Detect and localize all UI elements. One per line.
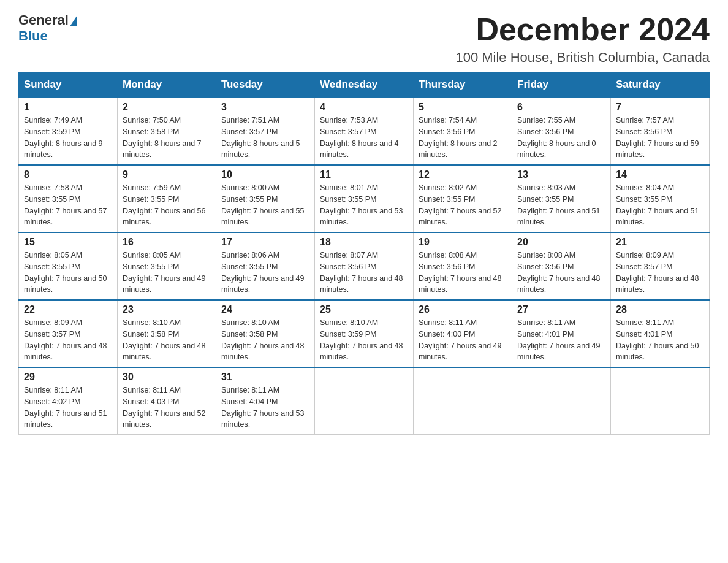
day-number: 25	[320, 304, 408, 315]
calendar-week-row: 22 Sunrise: 8:09 AMSunset: 3:57 PMDaylig…	[19, 300, 710, 367]
calendar-week-row: 29 Sunrise: 8:11 AMSunset: 4:02 PMDaylig…	[19, 367, 710, 435]
day-info: Sunrise: 8:10 AMSunset: 3:58 PMDaylight:…	[221, 318, 305, 361]
day-info: Sunrise: 8:06 AMSunset: 3:55 PMDaylight:…	[221, 251, 305, 294]
calendar-cell: 18 Sunrise: 8:07 AMSunset: 3:56 PMDaylig…	[315, 232, 414, 300]
day-info: Sunrise: 7:51 AMSunset: 3:57 PMDaylight:…	[221, 116, 300, 159]
calendar-cell	[611, 367, 710, 435]
calendar-cell: 26 Sunrise: 8:11 AMSunset: 4:00 PMDaylig…	[414, 300, 512, 367]
day-number: 10	[221, 169, 309, 180]
calendar-cell: 24 Sunrise: 8:10 AMSunset: 3:58 PMDaylig…	[216, 300, 315, 367]
day-number: 16	[123, 237, 211, 248]
day-number: 30	[123, 372, 211, 383]
day-info: Sunrise: 8:11 AMSunset: 4:00 PMDaylight:…	[419, 318, 502, 361]
day-info: Sunrise: 7:58 AMSunset: 3:55 PMDaylight:…	[24, 183, 107, 226]
day-number: 2	[123, 102, 211, 113]
column-header-wednesday: Wednesday	[315, 72, 414, 98]
calendar-cell: 22 Sunrise: 8:09 AMSunset: 3:57 PMDaylig…	[19, 300, 118, 367]
day-number: 26	[419, 304, 507, 315]
day-number: 28	[616, 304, 704, 315]
calendar-cell: 21 Sunrise: 8:09 AMSunset: 3:57 PMDaylig…	[611, 232, 710, 300]
day-info: Sunrise: 8:10 AMSunset: 3:59 PMDaylight:…	[320, 318, 403, 361]
day-info: Sunrise: 7:57 AMSunset: 3:56 PMDaylight:…	[616, 116, 699, 159]
day-number: 23	[123, 304, 211, 315]
calendar-cell: 10 Sunrise: 8:00 AMSunset: 3:55 PMDaylig…	[216, 165, 315, 232]
day-number: 3	[221, 102, 309, 113]
page-header: General Blue December 2024 100 Mile Hous…	[18, 12, 710, 66]
column-header-thursday: Thursday	[414, 72, 512, 98]
day-number: 5	[419, 102, 507, 113]
calendar-cell: 8 Sunrise: 7:58 AMSunset: 3:55 PMDayligh…	[19, 165, 118, 232]
day-info: Sunrise: 8:09 AMSunset: 3:57 PMDaylight:…	[616, 251, 699, 294]
day-info: Sunrise: 8:04 AMSunset: 3:55 PMDaylight:…	[616, 183, 699, 226]
calendar-cell: 9 Sunrise: 7:59 AMSunset: 3:55 PMDayligh…	[118, 165, 216, 232]
calendar-cell	[512, 367, 611, 435]
day-number: 8	[24, 169, 112, 180]
day-info: Sunrise: 7:54 AMSunset: 3:56 PMDaylight:…	[419, 116, 498, 159]
calendar-cell: 15 Sunrise: 8:05 AMSunset: 3:55 PMDaylig…	[19, 232, 118, 300]
calendar-cell	[414, 367, 512, 435]
calendar-cell: 6 Sunrise: 7:55 AMSunset: 3:56 PMDayligh…	[512, 98, 611, 165]
column-header-tuesday: Tuesday	[216, 72, 315, 98]
day-info: Sunrise: 8:11 AMSunset: 4:01 PMDaylight:…	[517, 318, 601, 361]
calendar-cell: 23 Sunrise: 8:10 AMSunset: 3:58 PMDaylig…	[118, 300, 216, 367]
calendar-cell: 30 Sunrise: 8:11 AMSunset: 4:03 PMDaylig…	[118, 367, 216, 435]
day-info: Sunrise: 8:03 AMSunset: 3:55 PMDaylight:…	[517, 183, 601, 226]
day-number: 17	[221, 237, 309, 248]
day-info: Sunrise: 7:53 AMSunset: 3:57 PMDaylight:…	[320, 116, 399, 159]
day-number: 1	[24, 102, 112, 113]
day-info: Sunrise: 8:11 AMSunset: 4:02 PMDaylight:…	[24, 386, 107, 429]
calendar-header-row: SundayMondayTuesdayWednesdayThursdayFrid…	[19, 72, 710, 98]
day-number: 22	[24, 304, 112, 315]
day-info: Sunrise: 8:08 AMSunset: 3:56 PMDaylight:…	[419, 251, 502, 294]
logo-blue-text: Blue	[18, 28, 48, 44]
calendar-cell: 3 Sunrise: 7:51 AMSunset: 3:57 PMDayligh…	[216, 98, 315, 165]
calendar-cell: 19 Sunrise: 8:08 AMSunset: 3:56 PMDaylig…	[414, 232, 512, 300]
day-info: Sunrise: 8:11 AMSunset: 4:04 PMDaylight:…	[221, 386, 305, 429]
day-info: Sunrise: 7:50 AMSunset: 3:58 PMDaylight:…	[123, 116, 202, 159]
column-header-friday: Friday	[512, 72, 611, 98]
day-info: Sunrise: 8:02 AMSunset: 3:55 PMDaylight:…	[419, 183, 502, 226]
day-number: 15	[24, 237, 112, 248]
calendar-cell: 20 Sunrise: 8:08 AMSunset: 3:56 PMDaylig…	[512, 232, 611, 300]
day-number: 27	[517, 304, 605, 315]
month-title: December 2024	[455, 12, 710, 47]
day-number: 31	[221, 372, 309, 383]
calendar-cell: 31 Sunrise: 8:11 AMSunset: 4:04 PMDaylig…	[216, 367, 315, 435]
day-info: Sunrise: 8:11 AMSunset: 4:03 PMDaylight:…	[123, 386, 206, 429]
day-number: 20	[517, 237, 605, 248]
calendar-cell: 4 Sunrise: 7:53 AMSunset: 3:57 PMDayligh…	[315, 98, 414, 165]
day-number: 24	[221, 304, 309, 315]
day-number: 19	[419, 237, 507, 248]
calendar-cell: 29 Sunrise: 8:11 AMSunset: 4:02 PMDaylig…	[19, 367, 118, 435]
column-header-monday: Monday	[118, 72, 216, 98]
day-number: 14	[616, 169, 704, 180]
calendar-cell: 12 Sunrise: 8:02 AMSunset: 3:55 PMDaylig…	[414, 165, 512, 232]
day-number: 18	[320, 237, 408, 248]
calendar-cell: 28 Sunrise: 8:11 AMSunset: 4:01 PMDaylig…	[611, 300, 710, 367]
day-info: Sunrise: 8:05 AMSunset: 3:55 PMDaylight:…	[123, 251, 206, 294]
day-info: Sunrise: 8:11 AMSunset: 4:01 PMDaylight:…	[616, 318, 699, 361]
calendar-cell	[315, 367, 414, 435]
logo-general-text: General	[18, 12, 69, 28]
day-number: 12	[419, 169, 507, 180]
day-number: 4	[320, 102, 408, 113]
day-number: 11	[320, 169, 408, 180]
day-info: Sunrise: 7:55 AMSunset: 3:56 PMDaylight:…	[517, 116, 596, 159]
calendar-cell: 5 Sunrise: 7:54 AMSunset: 3:56 PMDayligh…	[414, 98, 512, 165]
calendar-cell: 2 Sunrise: 7:50 AMSunset: 3:58 PMDayligh…	[118, 98, 216, 165]
calendar-cell: 25 Sunrise: 8:10 AMSunset: 3:59 PMDaylig…	[315, 300, 414, 367]
day-info: Sunrise: 8:08 AMSunset: 3:56 PMDaylight:…	[517, 251, 601, 294]
logo: General Blue	[18, 12, 77, 44]
calendar-cell: 17 Sunrise: 8:06 AMSunset: 3:55 PMDaylig…	[216, 232, 315, 300]
calendar-week-row: 8 Sunrise: 7:58 AMSunset: 3:55 PMDayligh…	[19, 165, 710, 232]
calendar-cell: 14 Sunrise: 8:04 AMSunset: 3:55 PMDaylig…	[611, 165, 710, 232]
calendar-cell: 11 Sunrise: 8:01 AMSunset: 3:55 PMDaylig…	[315, 165, 414, 232]
calendar-week-row: 1 Sunrise: 7:49 AMSunset: 3:59 PMDayligh…	[19, 98, 710, 165]
day-number: 7	[616, 102, 704, 113]
calendar-cell: 27 Sunrise: 8:11 AMSunset: 4:01 PMDaylig…	[512, 300, 611, 367]
title-section: December 2024 100 Mile House, British Co…	[455, 12, 710, 66]
logo-triangle-icon	[70, 15, 77, 26]
day-number: 29	[24, 372, 112, 383]
calendar-week-row: 15 Sunrise: 8:05 AMSunset: 3:55 PMDaylig…	[19, 232, 710, 300]
day-info: Sunrise: 8:00 AMSunset: 3:55 PMDaylight:…	[221, 183, 305, 226]
